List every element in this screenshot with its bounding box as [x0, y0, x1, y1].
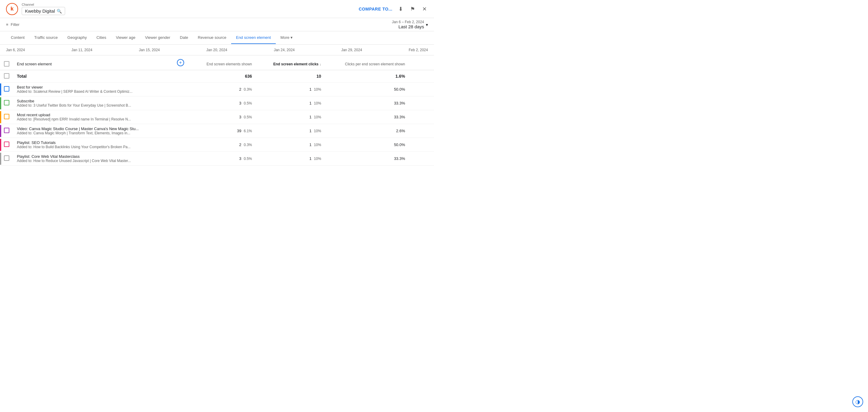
table-row: Playlist: SEO TutorialsAdded to: How to … — [0, 138, 434, 152]
row-elements-shown-pct: 0.5% — [244, 101, 252, 105]
row-elements-shown-val: 2 — [239, 87, 241, 92]
total-element-clicks: 10 — [257, 70, 326, 82]
tab-viewer-age[interactable]: Viewer age — [111, 32, 140, 44]
row-clicks-per-shown: 2.6% — [326, 124, 410, 138]
channel-search-icon[interactable]: 🔍 — [57, 9, 62, 13]
row-element-clicks-val: 1 — [309, 87, 311, 92]
empty-col-header — [410, 56, 434, 70]
date-range-main: Last 28 days — [398, 24, 424, 29]
row-checkbox[interactable] — [4, 142, 9, 147]
table-row: Most recent uploadAdded to: [Resolved] n… — [0, 110, 434, 124]
element-col-header: End screen element — [12, 56, 170, 70]
date-range-selector[interactable]: Jan 6 – Feb 2, 2024 Last 28 days ▾ — [392, 20, 428, 29]
logo: k — [6, 3, 18, 15]
row-clicks-per-shown: 33.3% — [326, 152, 410, 166]
row-trail-empty — [410, 110, 434, 124]
row-label-cell: Video: Canva Magic Studio Course | Maste… — [12, 124, 170, 138]
filter-left[interactable]: ≡ Filter — [6, 22, 19, 27]
row-elements-shown: 30.5% — [190, 110, 257, 124]
row-trail-empty — [410, 152, 434, 166]
close-button[interactable]: ✕ — [421, 4, 428, 13]
tab-traffic-source[interactable]: Traffic source — [30, 32, 63, 44]
total-clicks-per-shown: 1.6% — [326, 70, 410, 82]
date-dropdown-icon[interactable]: ▾ — [426, 22, 428, 27]
top-header: k Channel Kwebby Digital 🔍 COMPARE TO...… — [0, 0, 434, 18]
row-element-clicks: 110% — [257, 96, 326, 110]
tab-more[interactable]: More ▾ — [276, 32, 298, 44]
close-icon: ✕ — [422, 6, 427, 12]
row-elements-shown-val: 3 — [239, 101, 241, 105]
row-elements-shown-pct: 0.5% — [244, 115, 252, 119]
row-element-clicks-val: 1 — [309, 142, 311, 147]
row-checkbox-cell[interactable] — [1, 138, 12, 152]
total-checkbox[interactable] — [4, 73, 9, 79]
select-all-checkbox[interactable] — [4, 61, 9, 67]
date-tick-6: Jan 29, 2024 — [341, 48, 362, 52]
row-checkbox-cell[interactable] — [1, 82, 12, 96]
row-checkbox[interactable] — [4, 156, 9, 161]
tab-geography[interactable]: Geography — [63, 32, 92, 44]
tab-viewer-gender[interactable]: Viewer gender — [140, 32, 175, 44]
tab-revenue-source[interactable]: Revenue source — [193, 32, 231, 44]
compare-button[interactable]: COMPARE TO... — [359, 7, 393, 11]
date-range: Jan 6 – Feb 2, 2024 Last 28 days — [392, 20, 424, 29]
row-main-label: Most recent upload — [17, 113, 165, 117]
data-table-container: End screen element + End screen elements… — [0, 56, 434, 166]
row-checkbox-cell[interactable] — [1, 124, 12, 138]
row-checkbox-cell[interactable] — [1, 110, 12, 124]
total-empty — [170, 70, 190, 82]
date-tick-4: Jan 20, 2024 — [207, 48, 227, 52]
row-checkbox[interactable] — [4, 100, 9, 105]
row-sub-label: Added to: How to Build Backlinks Using Y… — [17, 145, 165, 149]
clicks-per-shown-header[interactable]: Clicks per end screen element shown — [326, 56, 410, 70]
date-tick-2: Jan 11, 2024 — [71, 48, 92, 52]
tab-cities[interactable]: Cities — [92, 32, 111, 44]
row-main-label: Subscribe — [17, 99, 165, 103]
total-empty2 — [410, 70, 434, 82]
row-label-cell: Playlist: Core Web Vital MasterclassAdde… — [12, 152, 170, 166]
row-checkbox-cell[interactable] — [1, 96, 12, 110]
table-row: Best for viewerAdded to: Scalenut Review… — [0, 82, 434, 96]
filter-label: Filter — [11, 22, 20, 27]
filter-menu-icon: ≡ — [6, 22, 8, 27]
row-elements-shown-pct: 0.3% — [244, 87, 252, 92]
channel-name: Kwebby Digital — [25, 8, 55, 13]
row-checkbox-cell[interactable] — [1, 152, 12, 166]
tab-date[interactable]: Date — [175, 32, 193, 44]
tab-end-screen-element[interactable]: End screen element — [231, 32, 276, 44]
add-column-cell[interactable]: + — [170, 56, 190, 70]
table-row: SubscribeAdded to: 3 Useful Twitter Bots… — [0, 96, 434, 110]
element-clicks-header[interactable]: End screen element clicks ↓ — [257, 56, 326, 70]
row-checkbox[interactable] — [4, 128, 9, 133]
row-element-clicks-val: 1 — [309, 115, 311, 119]
row-clicks-per-shown: 33.3% — [326, 110, 410, 124]
tab-content[interactable]: Content — [6, 32, 30, 44]
row-elements-shown: 20.3% — [190, 138, 257, 152]
filter-bar: ≡ Filter Jan 6 – Feb 2, 2024 Last 28 day… — [0, 18, 434, 31]
table-row: Playlist: Core Web Vital MasterclassAdde… — [0, 152, 434, 166]
download-button[interactable]: ⬇ — [397, 4, 404, 13]
date-tick-5: Jan 24, 2024 — [274, 48, 294, 52]
total-checkbox-cell[interactable] — [1, 70, 12, 82]
row-sub-label: Added to: 3 Useful Twitter Bots for Your… — [17, 103, 165, 107]
row-checkbox[interactable] — [4, 114, 9, 119]
elements-shown-header[interactable]: End screen elements shown — [190, 56, 257, 70]
row-elements-shown: 396.1% — [190, 124, 257, 138]
row-element-clicks: 110% — [257, 124, 326, 138]
row-add-col-empty — [170, 82, 190, 96]
row-label-cell: Most recent uploadAdded to: [Resolved] n… — [12, 110, 170, 124]
row-elements-shown-val: 3 — [239, 115, 241, 119]
header-left: k Channel Kwebby Digital 🔍 — [6, 3, 65, 15]
row-main-label: Best for viewer — [17, 85, 165, 90]
add-column-button[interactable]: + — [177, 59, 184, 66]
row-checkbox[interactable] — [4, 86, 9, 92]
row-label-cell: Best for viewerAdded to: Scalenut Review… — [12, 82, 170, 96]
flag-button[interactable]: ⚑ — [409, 4, 416, 13]
channel-name-box[interactable]: Kwebby Digital 🔍 — [22, 7, 65, 15]
row-elements-shown: 30.5% — [190, 152, 257, 166]
row-label-cell: SubscribeAdded to: 3 Useful Twitter Bots… — [12, 96, 170, 110]
date-range-sub: Jan 6 – Feb 2, 2024 — [392, 20, 424, 24]
row-elements-shown-pct: 0.5% — [244, 157, 252, 161]
row-elements-shown: 20.3% — [190, 82, 257, 96]
row-element-clicks-pct: 10% — [314, 129, 321, 133]
